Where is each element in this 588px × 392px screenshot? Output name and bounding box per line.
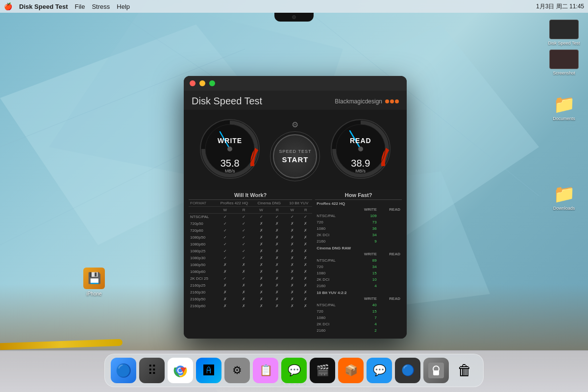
- dock-wechat[interactable]: 💬: [281, 358, 307, 383]
- hf-row: NTSC/PAL: [315, 213, 352, 219]
- app-name: Disk Speed Test: [19, 3, 68, 10]
- menubar-datetime: 1月3日 周二 11:45: [536, 2, 584, 11]
- hf-row: 2K DCI: [315, 321, 352, 327]
- brand-dots: [385, 99, 399, 103]
- dock-chrome[interactable]: [168, 358, 193, 383]
- read-number: 38.9: [351, 158, 370, 169]
- dock-silverlock[interactable]: [423, 358, 449, 383]
- hf-row: NTSC/PAL: [315, 302, 352, 308]
- read-label: READ: [350, 137, 371, 145]
- table-row: 720p60: [189, 227, 216, 234]
- svg-rect-20: [433, 370, 439, 375]
- desktop-icon-2[interactable]: Screenshot: [547, 49, 581, 75]
- table-row: 2160p30: [189, 289, 216, 296]
- dock-appstore[interactable]: 🅰: [196, 358, 221, 383]
- menubar-left: 🍎 Disk Speed Test File Stress Help: [4, 2, 536, 10]
- hdd-label: iPhone: [86, 291, 101, 296]
- menubar: 🍎 Disk Speed Test File Stress Help 1月3日 …: [0, 0, 588, 13]
- col-prores: ProRes 422 HQ: [216, 200, 253, 207]
- write-value: 35.8 MB/s: [220, 158, 240, 173]
- desktop: 🍎 Disk Speed Test File Stress Help 1月3日 …: [0, 0, 588, 392]
- hf-row: 2K DCI: [315, 232, 352, 238]
- desktop-icon-1[interactable]: Disk Speed Test: [547, 20, 581, 46]
- write-unit: MB/s: [220, 169, 240, 173]
- brand-dot-3: [395, 99, 399, 103]
- table-row: 1080p25: [189, 248, 216, 255]
- speed-test-center: ⚙ SPEED TEST START: [273, 120, 317, 178]
- write-number: 35.8: [220, 158, 240, 169]
- menu-stress[interactable]: Stress: [92, 3, 110, 10]
- col-format: FORMAT: [189, 200, 216, 207]
- desktop-folder-1[interactable]: 📁 Documents: [547, 94, 581, 121]
- dock: 🔵 ⠿ 🅰 ⚙ 📋 💬 🎬 📦 💬 🔵: [104, 354, 484, 387]
- hf-row: 2160: [315, 283, 352, 289]
- hf-row: 720: [315, 264, 352, 270]
- window-maximize-button[interactable]: [209, 80, 215, 86]
- will-it-work-title: Will It Work?: [189, 190, 312, 200]
- hdd-icon[interactable]: 💾 iPhone: [83, 268, 105, 296]
- speed-test-button[interactable]: SPEED TEST START: [273, 134, 317, 178]
- hf-row: 1080: [315, 315, 352, 321]
- window-minimize-button[interactable]: [199, 80, 205, 86]
- speed-test-label2: START: [282, 155, 309, 164]
- dock-messages[interactable]: 💬: [367, 358, 392, 383]
- brand-name: Blackmagicdesign: [335, 98, 382, 105]
- gear-icon[interactable]: ⚙: [292, 120, 298, 129]
- read-gauge-container: READ 38.9 MB/s: [326, 115, 395, 183]
- how-fast-title: How Fast?: [315, 190, 402, 200]
- will-it-work-table: FORMAT ProRes 422 HQ Cinema DNG 10 Bit Y…: [189, 200, 312, 310]
- table-row: NTSC/PAL: [189, 214, 216, 220]
- app-title: Disk Speed Test: [192, 96, 262, 107]
- table-row: 1080p30: [189, 255, 216, 262]
- svg-point-14: [358, 147, 363, 151]
- speed-test-label1: SPEED TEST: [279, 148, 312, 155]
- hf-row: 720: [315, 308, 352, 315]
- window-close-button[interactable]: [190, 80, 196, 86]
- table-row: 1080p60: [189, 241, 216, 248]
- table-row: 2160p25: [189, 282, 216, 289]
- write-gauge: WRITE 35.8 MB/s: [196, 115, 264, 183]
- dock-launchpad[interactable]: ⠿: [139, 358, 165, 383]
- apple-menu[interactable]: 🍎: [4, 2, 12, 10]
- will-it-work-section: Will It Work? FORMAT ProRes 422 HQ Cinem…: [189, 190, 312, 334]
- hf-row: 1080: [315, 270, 352, 276]
- table-row: 1080p50: [189, 262, 216, 269]
- tables-section: Will It Work? FORMAT ProRes 422 HQ Cinem…: [184, 190, 407, 339]
- how-fast-section: How Fast? ProRes 422 HQ WRITE READ NTSC/…: [315, 190, 402, 334]
- table-row: 2160p50: [189, 296, 216, 303]
- read-gauge: READ 38.9 MB/s: [326, 115, 395, 183]
- window-titlebar: [184, 76, 407, 91]
- dock-systemprefs[interactable]: ⚙: [224, 358, 250, 383]
- col-cdng: Cinema DNG: [253, 200, 285, 207]
- dock-trash[interactable]: 🗑: [452, 358, 477, 383]
- desktop-folder-2[interactable]: 📁 Downloads: [547, 184, 581, 211]
- menu-file[interactable]: File: [74, 3, 85, 10]
- app-header: Disk Speed Test Blackmagicdesign: [184, 91, 407, 110]
- hf-row: 720: [315, 219, 352, 225]
- col-yuv: 10 Bit YUV: [285, 200, 312, 207]
- dock-app2[interactable]: 🔵: [395, 358, 420, 383]
- brand-dot-2: [390, 99, 394, 103]
- dock-app1[interactable]: 📦: [338, 358, 364, 383]
- gauges-section: WRITE 35.8 MB/s ⚙ SPEED TEST START: [184, 110, 407, 190]
- table-row: 1080p50: [189, 234, 216, 241]
- camera-notch: [274, 13, 314, 22]
- hf-row: 2160: [315, 238, 352, 245]
- brand-dot-1: [385, 99, 389, 103]
- brand-logo: Blackmagicdesign: [335, 98, 399, 105]
- svg-point-10: [227, 147, 232, 151]
- disk-speed-test-window: Disk Speed Test Blackmagicdesign: [184, 76, 407, 339]
- table-row: 2160p60: [189, 303, 216, 310]
- dock-subscriptions[interactable]: 📋: [253, 358, 278, 383]
- camera-dot: [292, 15, 296, 19]
- read-value: 38.9 MB/s: [351, 158, 370, 173]
- right-desktop-icons: Disk Speed Test Screenshot 📁 Documents 📁…: [547, 20, 581, 211]
- dock-finder[interactable]: 🔵: [111, 358, 136, 383]
- read-unit: MB/s: [351, 169, 370, 173]
- hf-row: 2K DCI: [315, 276, 352, 283]
- menu-help[interactable]: Help: [117, 3, 130, 10]
- dock-finalcut[interactable]: 🎬: [310, 358, 335, 383]
- write-label: WRITE: [218, 137, 242, 145]
- how-fast-content: ProRes 422 HQ WRITE READ NTSC/PAL 109 72…: [315, 200, 402, 334]
- hf-row: 2160: [315, 327, 352, 334]
